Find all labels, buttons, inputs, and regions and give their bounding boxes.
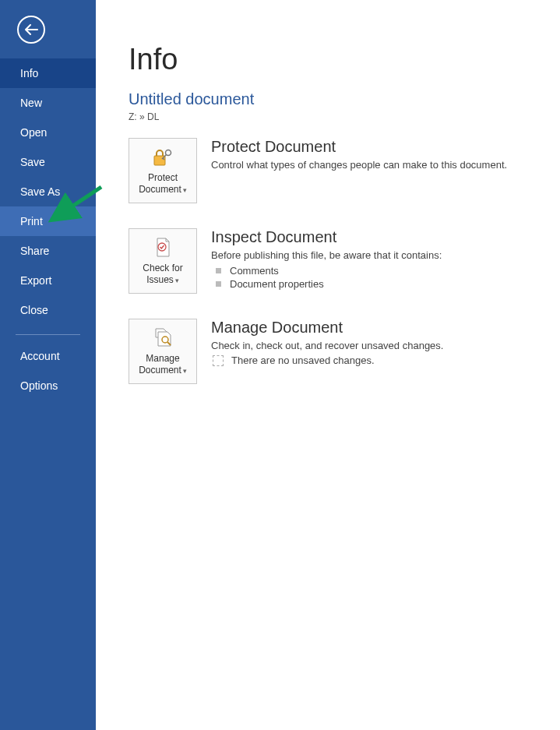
sidebar-item-label: Account	[20, 350, 60, 362]
protect-section: Protect Document▾ Protect Document Contr…	[129, 138, 560, 203]
sidebar-item-label: Print	[20, 215, 43, 227]
document-check-icon	[153, 236, 173, 259]
manage-document-button[interactable]: Manage Document▾	[129, 319, 197, 384]
sidebar-item-label: Save	[20, 156, 45, 168]
document-magnify-icon	[152, 326, 174, 350]
sidebar-item-open[interactable]: Open	[0, 118, 96, 147]
sidebar-item-save-as[interactable]: Save As	[0, 177, 96, 206]
protect-heading: Protect Document	[211, 138, 507, 156]
check-for-issues-button[interactable]: Check for Issues▾	[129, 228, 197, 294]
sidebar-item-label: Share	[20, 245, 49, 257]
sidebar-item-label: Export	[20, 274, 51, 287]
unsaved-row: There are no unsaved changes.	[211, 354, 443, 366]
protect-desc: Control what types of changes people can…	[211, 159, 507, 171]
sidebar-item-label: Options	[20, 379, 58, 392]
tile-label: Manage Document▾	[136, 353, 190, 376]
manage-section: Manage Document▾ Manage Document Check i…	[129, 319, 560, 384]
page-title: Info	[129, 43, 560, 76]
sidebar-item-label: Save As	[20, 185, 60, 198]
svg-point-2	[166, 150, 171, 156]
sidebar-item-new[interactable]: New	[0, 88, 96, 118]
list-item: Document properties	[211, 277, 442, 291]
tile-label: Protect Document▾	[136, 172, 190, 196]
manage-desc: Check in, check out, and recover unsaved…	[211, 340, 443, 351]
document-title: Untitled document	[129, 90, 560, 108]
main-panel: Info Untitled document Z: » DL Protect D…	[96, 0, 560, 730]
sidebar-item-label: Open	[20, 126, 47, 139]
protect-document-button[interactable]: Protect Document▾	[129, 138, 197, 203]
sidebar-separator	[16, 334, 80, 335]
unsaved-text: There are no unsaved changes.	[231, 354, 375, 366]
sidebar-item-export[interactable]: Export	[0, 266, 96, 295]
back-arrow-icon	[17, 16, 45, 44]
sidebar-item-label: Info	[20, 67, 38, 79]
tile-label: Check for Issues▾	[139, 263, 185, 286]
sidebar-item-account[interactable]: Account	[0, 341, 96, 371]
list-item: Comments	[211, 264, 442, 277]
back-button[interactable]	[0, 0, 96, 58]
sidebar-item-save[interactable]: Save	[0, 147, 96, 177]
sidebar-item-close[interactable]: Close	[0, 295, 96, 325]
document-path: Z: » DL	[129, 111, 560, 122]
sidebar-item-label: New	[20, 97, 42, 109]
sidebar-item-share[interactable]: Share	[0, 236, 96, 266]
inspect-desc: Before publishing this file, be aware th…	[211, 249, 442, 261]
sidebar-item-print[interactable]: Print	[0, 206, 96, 236]
backstage-sidebar: Info New Open Save Save As Print Share E…	[0, 0, 96, 730]
unsaved-doc-icon	[213, 355, 224, 366]
sidebar-item-info[interactable]: Info	[0, 58, 96, 88]
sidebar-item-options[interactable]: Options	[0, 371, 96, 400]
lock-key-icon	[151, 146, 174, 169]
inspect-list: Comments Document properties	[211, 264, 442, 291]
sidebar-item-label: Close	[20, 304, 48, 316]
inspect-heading: Inspect Document	[211, 228, 442, 246]
manage-heading: Manage Document	[211, 319, 443, 337]
inspect-section: Check for Issues▾ Inspect Document Befor…	[129, 228, 560, 294]
